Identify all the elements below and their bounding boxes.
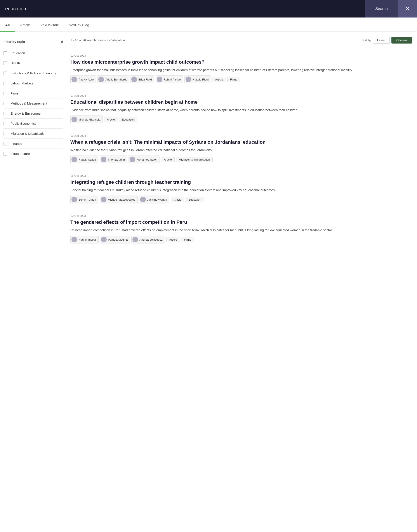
author-chip[interactable]: Jackline Wahba	[139, 195, 169, 203]
tag-education[interactable]: Education	[186, 197, 204, 202]
author-chip[interactable]: Michael Vlassopoulos	[100, 195, 138, 203]
author-name: Michele Giannola	[78, 118, 100, 121]
author-chip[interactable]: Arielle Bernhardt	[97, 76, 129, 83]
filter-item-infrastructure[interactable]: Infrastructure	[3, 149, 63, 159]
filter-item-education[interactable]: Education	[3, 48, 63, 58]
tag-article[interactable]: Article	[171, 197, 184, 202]
tag-article[interactable]: Article	[161, 157, 175, 162]
checkbox-education[interactable]	[3, 51, 7, 55]
article-title-3[interactable]: When a refugee crisis isn't: The minimal…	[70, 139, 412, 145]
author-chip[interactable]: Andrea Velásquez	[131, 236, 165, 243]
tag-firms[interactable]: Firms	[227, 77, 240, 82]
article-summary-5: Chinese import competition in Peru had a…	[70, 228, 412, 233]
tag-article[interactable]: Article	[212, 77, 226, 82]
checkbox-infrastructure[interactable]	[3, 152, 7, 155]
article-date-2: 17 Jan 2024	[70, 94, 412, 97]
filter-item-energy[interactable]: Energy & Environment	[3, 109, 63, 119]
tag-article[interactable]: Article	[104, 117, 118, 122]
author-chip[interactable]: Ragui Assaad	[70, 155, 98, 163]
search-bar: Search ✕	[0, 0, 417, 18]
article-date-5: 10 Oct 2023	[70, 214, 412, 217]
author-name: Hani Mansour	[78, 238, 96, 241]
filter-item-migration[interactable]: Migration & Urbanisation	[3, 129, 63, 139]
avatar	[130, 157, 135, 162]
filter-label-firms: Firms	[10, 91, 19, 95]
article-meta-3: Ragui Assaad Thomas Ginn Mohamed Saleh A…	[70, 155, 412, 163]
checkbox-migration[interactable]	[3, 132, 7, 135]
filter-item-firms[interactable]: Firms	[3, 88, 63, 98]
author-chip[interactable]: Hani Mansour	[70, 236, 99, 243]
article-card-1: 12 Oct 2023 How does microenterprise gro…	[70, 49, 412, 89]
filter-label-labour: Labour Markets	[10, 81, 33, 85]
article-title-1[interactable]: How does microenterprise growth impact c…	[70, 59, 412, 65]
article-meta-1: Patrick Agte Arielle Bernhardt Erica Fie…	[70, 76, 412, 83]
author-chip[interactable]: Thomas Ginn	[100, 155, 127, 163]
tab-voxdev-blog[interactable]: VoxDev Blog	[64, 19, 95, 32]
article-title-5[interactable]: The gendered effects of import competiti…	[70, 219, 412, 226]
article-card-5: 10 Oct 2023 The gendered effects of impo…	[70, 209, 412, 249]
checkbox-finance[interactable]	[3, 142, 7, 145]
article-title-2[interactable]: Educational disparities between children…	[70, 99, 412, 105]
filter-item-methods[interactable]: Methods & Measurement	[3, 98, 63, 109]
author-chip[interactable]: Pamela Medina	[100, 236, 130, 243]
article-title-4[interactable]: Integrating refugee children through tea…	[70, 179, 412, 185]
avatar	[72, 76, 77, 82]
filter-item-labour[interactable]: Labour Markets	[3, 78, 63, 88]
sort-latest-button[interactable]: Latest	[373, 37, 390, 43]
article-meta-4: Semih Tumen Michael Vlassopoulos Jacklin…	[70, 195, 412, 203]
article-date-4: 16 Oct 2023	[70, 174, 412, 177]
tab-all[interactable]: All	[0, 19, 15, 32]
filter-label-institutions: Institutions & Political Economy	[10, 71, 56, 75]
filter-item-institutions[interactable]: Institutions & Political Economy	[3, 68, 63, 78]
filter-label-finance: Finance	[10, 142, 22, 145]
author-name: Pamela Medina	[108, 238, 128, 241]
avatar	[101, 237, 107, 242]
article-meta-5: Hani Mansour Pamela Medina Andrea Velásq…	[70, 236, 412, 243]
checkbox-labour[interactable]	[3, 82, 7, 85]
article-summary-1: Enterprise growth for small businesses i…	[70, 68, 412, 73]
author-name: Jackline Wahba	[147, 198, 167, 201]
tag-migration[interactable]: Migration & Urbanisation	[176, 157, 213, 162]
avatar	[98, 76, 104, 82]
tag-firms[interactable]: Firms	[181, 237, 194, 242]
author-name: Andrea Velásquez	[139, 238, 163, 241]
author-chip[interactable]: Mohamed Saleh	[128, 155, 160, 163]
filter-header[interactable]: Filter by topic ∧	[3, 37, 63, 48]
results-count: 1 - 10 of 76 search results for 'educati…	[70, 39, 125, 42]
author-name: Michael Vlassopoulos	[108, 198, 135, 201]
filter-item-health[interactable]: Health	[3, 58, 63, 68]
article-summary-2: Evidence from India shows that inequalit…	[70, 108, 412, 113]
author-chip[interactable]: Patrick Agte	[70, 76, 96, 83]
close-button[interactable]: ✕	[398, 0, 417, 18]
tab-article[interactable]: Article	[15, 19, 35, 32]
tag-education[interactable]: Education	[119, 117, 137, 122]
author-name: Arielle Bernhardt	[105, 78, 126, 81]
results-meta: 1 - 10 of 76 search results for 'educati…	[70, 37, 412, 43]
checkbox-firms[interactable]	[3, 92, 7, 95]
results-area: 1 - 10 of 76 search results for 'educati…	[63, 37, 417, 249]
avatar	[186, 76, 191, 82]
author-chip[interactable]: Rohini Pande	[156, 76, 183, 83]
sort-label: Sort by	[362, 39, 371, 42]
sort-relevant-button[interactable]: Relevant	[391, 37, 412, 43]
avatar	[157, 76, 162, 82]
tag-article[interactable]: Article	[166, 237, 180, 242]
author-chip[interactable]: Natalia Rigol	[185, 76, 211, 83]
search-input[interactable]	[5, 6, 360, 11]
checkbox-public-economics[interactable]	[3, 122, 7, 125]
author-name: Natalia Rigol	[193, 78, 209, 81]
checkbox-energy[interactable]	[3, 112, 7, 115]
tab-voxdevtalk[interactable]: VoxDevTalk	[35, 19, 64, 32]
filter-label: Filter by topic	[3, 40, 25, 43]
filter-label-infrastructure: Infrastructure	[10, 152, 30, 155]
checkbox-institutions[interactable]	[3, 72, 7, 75]
checkbox-methods[interactable]	[3, 102, 7, 105]
author-chip[interactable]: Semih Tumen	[70, 195, 98, 203]
author-chip[interactable]: Michele Giannola	[70, 116, 103, 123]
author-name: Thomas Ginn	[108, 158, 125, 161]
filter-item-finance[interactable]: Finance	[3, 139, 63, 149]
filter-item-public-economics[interactable]: Public Economics	[3, 119, 63, 129]
checkbox-health[interactable]	[3, 62, 7, 65]
search-button[interactable]: Search	[365, 0, 398, 18]
author-chip[interactable]: Erica Field	[130, 76, 154, 83]
